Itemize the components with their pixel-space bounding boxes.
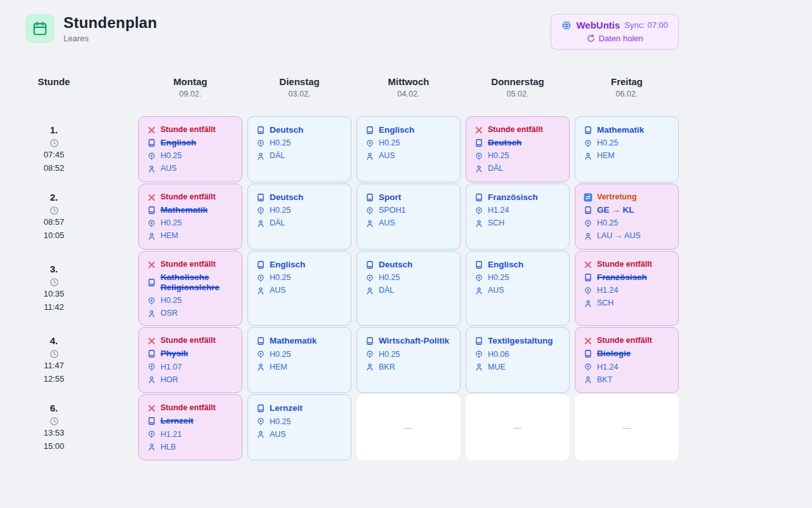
day-date: 06.02. [575,90,679,98]
lesson-card-empty-freitag-6: — [575,394,679,460]
lesson-room-text: H1.24 [597,286,618,295]
x-icon [584,260,593,269]
day-header-mittwoch: Mittwoch04.02. [357,69,461,115]
lesson-card-donnerstag-2[interactable]: FranzösischH1.24SCH [466,184,570,250]
lesson-card-mittwoch-2[interactable]: SportSPOH1AUS [357,184,461,250]
lesson-room-text: H0.25 [488,273,509,283]
lesson-teacher: HOR [147,375,233,385]
book-icon [147,278,156,287]
lesson-card-donnerstag-1[interactable]: Stunde entfälltDeutschH0.25DÄL [466,116,570,182]
lesson-room-text: H0.25 [379,273,400,283]
cancelled-status: Stunde entfällt [147,125,233,135]
cancelled-status: Stunde entfällt [584,260,670,269]
lesson-teacher-text: HLB [160,443,176,452]
lesson-teacher: AUS [147,164,233,173]
lesson-card-dienstag-2[interactable]: DeutschH0.25DÄL [247,184,351,250]
lesson-room: H0.25 [475,151,561,161]
lesson-subject-text: Deutsch [270,192,303,203]
location-pin-icon [584,286,593,295]
lesson-teacher-text: BKT [597,375,612,385]
lesson-card-mittwoch-4[interactable]: Wirtschaft-PolitikH0.25BKR [357,327,461,393]
lesson-subject: Wirtschaft-Politik [365,336,452,346]
book-icon [475,193,483,202]
lesson-card-mittwoch-3[interactable]: DeutschH0.25DÄL [357,251,461,326]
lesson-card-dienstag-4[interactable]: MathematikH0.25HEM [247,327,351,393]
lesson-room-text: H0.25 [597,218,618,228]
lesson-card-donnerstag-3[interactable]: EnglischH0.25AUS [466,251,570,326]
lesson-teacher: OSR [147,309,233,318]
lesson-subject-text: Französisch [597,272,647,283]
lesson-subject-text: Deutsch [488,138,521,148]
lesson-card-freitag-2[interactable]: VertretungGE → KLH0.25LAU → AUS [575,184,679,250]
lesson-room: H0.25 [147,151,233,161]
person-icon [147,232,156,241]
lesson-subject: Deutsch [256,125,343,135]
lesson-card-montag-3[interactable]: Stunde entfälltKatholische Religionslehr… [138,251,242,326]
lesson-card-montag-2[interactable]: Stunde entfälltMathematikH0.25HEM [138,184,242,250]
lesson-room: H1.24 [475,206,561,215]
lesson-teacher-text: HEM [270,363,287,372]
timetable-grid: StundeMontag09.02.Dienstag03.02.Mittwoch… [25,69,679,460]
lesson-room: H0.25 [256,206,343,215]
lesson-card-dienstag-6[interactable]: LernzeitH0.25AUS [247,394,351,460]
lesson-card-mittwoch-1[interactable]: EnglischH0.25AUS [357,116,461,182]
globe-icon [561,20,572,30]
location-pin-icon [256,206,265,215]
lesson-teacher-text: LAU → AUS [597,231,641,241]
x-icon [147,260,156,269]
lesson-subject-text: GE → KL [597,205,634,215]
lesson-teacher: BKT [584,375,670,385]
daten-holen-button[interactable]: Daten holen [561,34,668,43]
lesson-room: H0.25 [365,350,452,359]
cancelled-status-text: Stunde entfällt [488,125,543,135]
lesson-teacher: AUS [365,151,452,161]
book-icon [584,273,593,282]
day-date: 05.02. [466,90,570,98]
webuntis-status-line: WebUntis Sync: 07:00 [561,20,668,30]
empty-placeholder: — [623,423,631,433]
lesson-teacher-text: OSR [160,309,178,318]
lesson-teacher: HEM [256,363,343,372]
person-icon [584,152,593,161]
lesson-room-text: H1.21 [160,430,181,439]
lesson-room: H0.25 [256,273,343,283]
lesson-card-freitag-4[interactable]: Stunde entfälltBiologieH1.24BKT [575,327,679,393]
period-start-time: 07:45 [44,149,65,161]
lesson-card-donnerstag-4[interactable]: TextilgestaltungH0.06MUE [466,327,570,393]
lesson-subject: Französisch [584,272,670,283]
lesson-card-freitag-3[interactable]: Stunde entfälltFranzösischH1.24SCH [575,251,679,326]
person-icon [365,152,374,161]
lesson-card-montag-6[interactable]: Stunde entfälltLernzeitH1.21HLB [138,394,242,460]
location-pin-icon [475,206,483,215]
day-date: 03.02. [247,90,351,98]
lesson-subject-text: Deutsch [379,260,412,270]
person-icon [256,219,265,228]
lesson-card-montag-1[interactable]: Stunde entfälltEnglischH0.25AUS [138,116,242,182]
lesson-room-text: H0.25 [488,151,509,161]
lesson-card-dienstag-1[interactable]: DeutschH0.25DÄL [247,116,351,182]
day-name: Donnerstag [466,76,570,87]
lesson-room: H1.21 [147,430,233,439]
lesson-subject: Deutsch [475,138,561,148]
cancelled-status: Stunde entfällt [475,125,561,135]
lesson-subject-text: Sport [379,192,401,203]
webuntis-badge: WebUntis Sync: 07:00 Daten holen [551,14,679,50]
lesson-card-freitag-1[interactable]: MathematikH0.25HEM [575,116,679,182]
period-number: 2. [50,192,58,203]
lesson-card-montag-4[interactable]: Stunde entfälltPhysikH1.07HOR [138,327,242,393]
location-pin-icon [147,152,156,161]
lesson-subject: Englisch [147,138,233,148]
person-icon [256,363,265,371]
lesson-teacher: BKR [365,363,452,372]
lesson-card-dienstag-3[interactable]: EnglischH0.25AUS [247,251,351,326]
x-icon [147,193,156,202]
person-icon [584,375,593,384]
lesson-subject-text: Lernzeit [270,403,303,413]
location-pin-icon [365,139,374,148]
cancelled-status-text: Stunde entfällt [160,336,216,345]
cancelled-status-text: Stunde entfällt [597,336,652,345]
substitution-status: Vertretung [584,192,670,202]
lesson-teacher: AUS [475,286,561,295]
location-pin-icon [147,430,156,439]
book-icon [475,337,483,345]
